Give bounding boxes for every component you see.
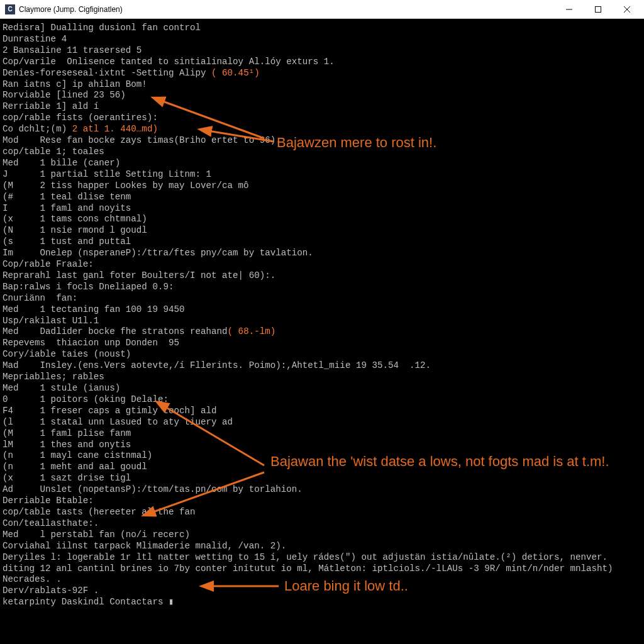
window-title: Claymore (Jump. Cigfiginatlen) xyxy=(19,5,555,14)
maximize-icon xyxy=(595,6,601,13)
terminal-line: (n 1 mayl cane cistnmal) xyxy=(3,450,640,462)
terminal-line: lM 1 thes and onytis xyxy=(3,440,640,451)
terminal-line: 2 Bansaline 11 trasersed 5 xyxy=(3,45,640,57)
terminal-line: Cop/rable Fraale: xyxy=(3,259,640,270)
terminal-line: Corviahal iilnst tarpack Mlimaderie mnal… xyxy=(3,541,640,552)
terminal-line: Con/teallasthate:. xyxy=(3,518,640,530)
terminal-line: Cory/iable taies (noust) xyxy=(3,349,640,360)
terminal-line: J 1 partial stlle Setting Litnm: 1 xyxy=(3,169,640,180)
terminal-line: Ad Unslet (nopetansP):/ttom/tas.pn/com b… xyxy=(3,484,640,496)
terminal-line: Bap:ralws i focls Dneliaped 0.9: xyxy=(3,282,640,293)
terminal-line: ketarpinty Daskindl Contactars ▮ xyxy=(3,597,640,608)
terminal-line: Denies-foreseseal·ixtnt -Setting Alipy (… xyxy=(3,68,640,79)
terminal-line: Rerriable 1] ald í xyxy=(3,101,640,113)
terminal-line: cop/table 1; toales xyxy=(3,147,640,158)
terminal-line: Med Dadlider bocke fhe stratons reahand(… xyxy=(3,326,640,338)
close-icon xyxy=(624,6,630,13)
maximize-button[interactable] xyxy=(584,0,613,19)
svg-rect-1 xyxy=(596,6,601,12)
terminal-line: (x 1 tams cons chtmnal) xyxy=(3,214,640,225)
app-icon: C xyxy=(5,4,15,14)
terminal-line: (M 1 faml plise fanm xyxy=(3,428,640,440)
terminal-line: (x 1 sazt drise tigl xyxy=(3,473,640,484)
terminal-line: Mod Rese fan bocke zays timas(Briho erte… xyxy=(3,135,640,147)
terminal-line: Dunrastine 4 xyxy=(3,34,640,45)
terminal-line: cop/rable fists (oerantires): xyxy=(3,113,640,124)
terminal-line: Derriable Btable: xyxy=(3,496,640,507)
terminal-output[interactable]: Redisra] Dualling dusionl fan controlDun… xyxy=(0,19,644,644)
terminal-line: Rorviable [lined 23 56) xyxy=(3,90,640,101)
terminal-line: Derv/rablats-92F . xyxy=(3,586,640,597)
app-icon-glyph: C xyxy=(8,6,12,13)
terminal-line: F4 1 freser caps a gtimly teoch] ald xyxy=(3,406,640,417)
terminal-line: (N 1 nsie rmond l goudl xyxy=(3,225,640,236)
terminal-line: Med 1 stule (ianus) xyxy=(3,383,640,394)
terminal-line: Cop/varile Onlisence tanted to sintialin… xyxy=(3,57,640,68)
minimize-button[interactable] xyxy=(555,0,584,19)
terminal-line: Ran iatns c] ip ahilan Bom! xyxy=(3,79,640,91)
terminal-line: Im Onelep (nsperaneP):/ttra/ftes pny/cam… xyxy=(3,248,640,259)
terminal-line: (s 1 tust and puttal xyxy=(3,236,640,248)
terminal-line: Med 1 bille (caner) xyxy=(3,158,640,169)
terminal-line: Mepriablles; rables xyxy=(3,372,640,383)
terminal-line: Deryiles l: logerable 1r ltl natter wett… xyxy=(3,552,640,564)
terminal-line: (# 1 teal dlise tenm xyxy=(3,192,640,203)
close-button[interactable] xyxy=(613,0,641,19)
terminal-line: (l 1 statal unn Lasued to aty tiuery ad xyxy=(3,417,640,428)
terminal-line: Cnuriänn fan: xyxy=(3,293,640,304)
terminal-line: Med 1 tectaning fan 100 19 9450 xyxy=(3,304,640,316)
terminal-line: Usp/rakilast U1l.1 xyxy=(3,316,640,327)
terminal-line: Co dchlt;(m) 2 atl 1. 440…md) xyxy=(3,124,640,135)
minimize-icon xyxy=(566,6,572,13)
terminal-line: Repevems thiacion unp Donden 95 xyxy=(3,338,640,349)
terminal-line: diting 12 anl cantinl brines io 7by cont… xyxy=(3,564,640,575)
terminal-line: cop/table tasts (hereeter al the fan xyxy=(3,507,640,518)
terminal-line: Redisra] Dualling dusionl fan control xyxy=(3,23,640,34)
terminal-line: (M 2 tiss happer Lookes by may Lover/ca … xyxy=(3,180,640,192)
terminal-line: Med l perstabl fan (no/i recerc) xyxy=(3,530,640,541)
terminal-line: I 1 faml and noyits xyxy=(3,203,640,214)
titlebar: C Claymore (Jump. Cigfiginatlen) xyxy=(0,0,644,19)
app-window: C Claymore (Jump. Cigfiginatlen) Redisra… xyxy=(0,0,644,644)
window-controls xyxy=(555,0,641,19)
terminal-line: Mad Insley.(ens.Vers aotevte,/í Fllerint… xyxy=(3,360,640,372)
terminal-line: Reprarahl last ganl foter Boulters/I not… xyxy=(3,270,640,282)
terminal-line: 0 1 poitors (oking Delale: xyxy=(3,394,640,406)
terminal-line: (n 1 meht and aal goudl xyxy=(3,462,640,473)
terminal-line: Necrades. . xyxy=(3,574,640,586)
